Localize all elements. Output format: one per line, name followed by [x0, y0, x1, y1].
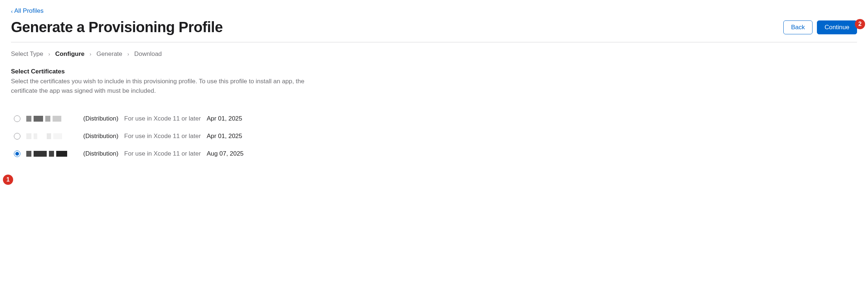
certificate-row[interactable]: (Distribution) For use in Xcode 11 or la… — [11, 110, 857, 127]
certificate-name-redacted — [26, 116, 77, 122]
breadcrumb-generate: Generate — [96, 50, 122, 58]
certificate-name-redacted — [26, 133, 77, 139]
certificate-type: (Distribution) — [83, 133, 118, 140]
section-description: Select the certificates you wish to incl… — [11, 77, 314, 95]
certificate-note: For use in Xcode 11 or later — [124, 133, 201, 140]
certificate-type: (Distribution) — [83, 115, 118, 122]
certificate-radio[interactable] — [14, 115, 20, 122]
header: Generate a Provisioning Profile Back Con… — [11, 19, 857, 42]
certificate-date: Apr 01, 2025 — [207, 115, 242, 122]
certificate-date: Apr 01, 2025 — [207, 133, 242, 140]
all-profiles-link[interactable]: ‹ All Profiles — [11, 7, 43, 15]
certificate-name-redacted — [26, 151, 77, 157]
button-group: Back Continue — [783, 20, 857, 34]
section-header: Select Certificates Select the certifica… — [11, 68, 857, 95]
back-button[interactable]: Back — [783, 20, 813, 34]
certificate-date: Aug 07, 2025 — [207, 150, 243, 157]
chevron-right-icon: › — [89, 51, 91, 57]
certificate-row[interactable]: (Distribution) For use in Xcode 11 or la… — [11, 127, 857, 145]
certificate-radio[interactable] — [14, 133, 20, 140]
breadcrumb: Select Type › Configure › Generate › Dow… — [11, 50, 857, 58]
chevron-right-icon: › — [127, 51, 129, 57]
chevron-right-icon: › — [49, 51, 50, 57]
section-title: Select Certificates — [11, 68, 857, 75]
page-title: Generate a Provisioning Profile — [11, 19, 223, 35]
certificate-list: (Distribution) For use in Xcode 11 or la… — [11, 110, 857, 163]
annotation-badge-2: 2 — [855, 19, 865, 29]
chevron-left-icon: ‹ — [11, 8, 13, 14]
breadcrumb-select-type[interactable]: Select Type — [11, 50, 43, 58]
certificate-type: (Distribution) — [83, 150, 118, 157]
back-link-label: All Profiles — [14, 7, 43, 15]
certificate-row[interactable]: (Distribution) For use in Xcode 11 or la… — [11, 145, 857, 163]
continue-button[interactable]: Continue — [817, 20, 857, 34]
certificate-radio[interactable] — [14, 150, 20, 157]
breadcrumb-configure: Configure — [55, 50, 84, 58]
certificate-note: For use in Xcode 11 or later — [124, 115, 201, 122]
breadcrumb-download: Download — [134, 50, 162, 58]
certificate-note: For use in Xcode 11 or later — [124, 150, 201, 157]
